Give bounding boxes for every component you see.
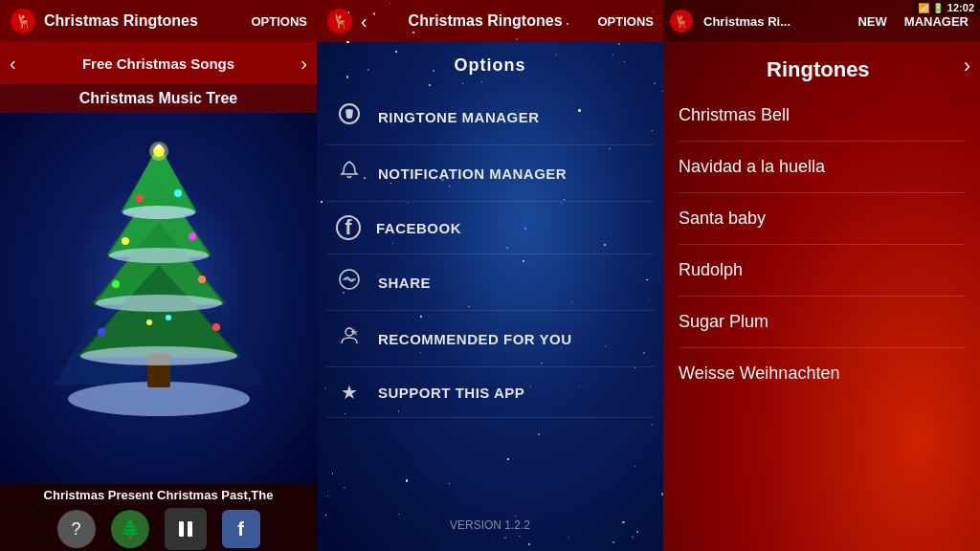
- svg-point-27: [98, 328, 105, 336]
- ringtone-item[interactable]: Sugar Plum: [679, 297, 965, 348]
- svg-point-21: [136, 194, 144, 202]
- christmas-tree-svg: [54, 117, 264, 423]
- svg-point-24: [189, 232, 196, 240]
- tree-illustration: [0, 113, 317, 427]
- svg-text:🦌: 🦌: [674, 13, 690, 30]
- share-icon: [336, 268, 363, 297]
- status-time: 12:02: [947, 2, 974, 13]
- nav-title: Free Christmas Songs: [82, 55, 234, 72]
- panel-main: 🦌 Christmas Ringtones OPTIONS ‹ Free Chr…: [0, 0, 317, 551]
- ringtone-item[interactable]: Weisse Weihnachten: [679, 348, 965, 399]
- tree-image-area: Christmas Music Tree: [0, 84, 317, 484]
- svg-point-31: [149, 142, 168, 161]
- panel2-options-label: OPTIONS: [597, 14, 654, 29]
- svg-point-17: [96, 295, 222, 312]
- ringtone-item[interactable]: Christmas Bell: [679, 90, 965, 142]
- status-icons: 📶 🔋: [918, 3, 944, 13]
- pause-icon: [175, 518, 196, 540]
- options-menu: RINGTONE MANAGER NOTIFICATION MANAGER f …: [317, 89, 663, 499]
- panel1-app-title: Christmas Ringtones: [44, 12, 243, 30]
- facebook-icon: f: [336, 215, 361, 240]
- svg-point-23: [122, 237, 129, 245]
- panel2-back-arrow[interactable]: ‹: [361, 11, 368, 33]
- help-button[interactable]: ?: [57, 510, 96, 548]
- menu-item-facebook[interactable]: f FACEBOOK: [326, 202, 654, 254]
- app-icon: 🦌: [10, 8, 36, 34]
- song-title: Christmas Present Christmas Past,The: [44, 488, 274, 502]
- svg-point-26: [198, 276, 206, 283]
- back-arrow-icon[interactable]: ‹: [10, 53, 16, 75]
- svg-point-22: [174, 189, 182, 197]
- svg-point-16: [109, 248, 209, 263]
- tab-new[interactable]: NEW: [850, 11, 894, 33]
- options-title: Options: [317, 42, 663, 89]
- options-button[interactable]: OPTIONS: [251, 14, 307, 29]
- ringtone-item[interactable]: Navidad a la huella: [679, 142, 965, 193]
- facebook-label: FACEBOOK: [376, 220, 461, 236]
- notification-manager-label: NOTIFICATION MANAGER: [378, 165, 567, 182]
- support-icon: ★: [336, 381, 363, 404]
- ringtone-item[interactable]: Rudolph: [679, 245, 965, 297]
- ringtones-section-title: Ringtones: [673, 42, 964, 90]
- svg-point-29: [146, 320, 152, 325]
- forward-arrow-icon[interactable]: ›: [301, 53, 307, 75]
- pause-button[interactable]: [165, 508, 207, 550]
- svg-text:🦌: 🦌: [332, 13, 349, 30]
- svg-point-25: [112, 280, 120, 288]
- panel3-app-icon: 🦌: [669, 9, 694, 33]
- menu-item-recommended[interactable]: RECOMMENDED FOR YOU: [326, 311, 654, 367]
- svg-point-18: [80, 346, 237, 365]
- menu-item-share[interactable]: SHARE: [326, 254, 654, 311]
- facebook-button[interactable]: f: [222, 510, 260, 548]
- svg-rect-32: [179, 521, 184, 537]
- svg-point-15: [122, 206, 195, 219]
- recommended-icon: [336, 324, 363, 353]
- tree-button[interactable]: 🌲: [111, 510, 149, 548]
- menu-item-support[interactable]: ★ SUPPORT THIS APP: [326, 367, 654, 418]
- notification-manager-icon: [336, 159, 363, 187]
- footer-icon-bar: ? 🌲 f: [57, 508, 260, 550]
- ringtone-manager-icon: [336, 102, 363, 131]
- svg-rect-33: [188, 521, 192, 537]
- panel2-app-title: Christmas Ringtones: [381, 12, 590, 30]
- ringtones-arrow-icon[interactable]: ›: [964, 54, 970, 78]
- version-text: VERSION 1.2.2: [317, 499, 663, 551]
- panel1-footer: Christmas Present Christmas Past,The ? 🌲…: [0, 484, 317, 551]
- panel-ringtones: 📶 🔋 12:02 🦌 Christmas Ri... NEW MANAGER …: [663, 0, 980, 551]
- support-label: SUPPORT THIS APP: [378, 385, 524, 401]
- menu-item-ringtone-manager[interactable]: RINGTONE MANAGER: [326, 89, 654, 145]
- panel1-header: 🦌 Christmas Ringtones OPTIONS: [0, 0, 317, 42]
- ringtone-item[interactable]: Santa baby: [679, 193, 965, 245]
- panel1-content: Christmas Music Tree: [0, 84, 317, 484]
- ringtones-list: Christmas BellNavidad a la huellaSanta b…: [663, 90, 980, 551]
- panel3-app-title: Christmas Ri...: [703, 14, 846, 29]
- svg-point-30: [166, 315, 171, 320]
- menu-item-notification-manager[interactable]: NOTIFICATION MANAGER: [326, 145, 654, 202]
- svg-point-28: [212, 323, 220, 331]
- panel2-header: 🦌 ‹ Christmas Ringtones OPTIONS: [317, 0, 663, 42]
- panel-options: 🦌 ‹ Christmas Ringtones OPTIONS Options …: [317, 0, 663, 551]
- share-label: SHARE: [378, 275, 431, 291]
- recommended-label: RECOMMENDED FOR YOU: [378, 331, 572, 347]
- panel1-nav: ‹ Free Christmas Songs ›: [0, 42, 317, 84]
- svg-text:🦌: 🦌: [15, 13, 33, 30]
- panel2-app-icon: 🦌: [326, 8, 353, 34]
- tree-title: Christmas Music Tree: [0, 84, 317, 113]
- ringtone-manager-label: RINGTONE MANAGER: [378, 109, 540, 125]
